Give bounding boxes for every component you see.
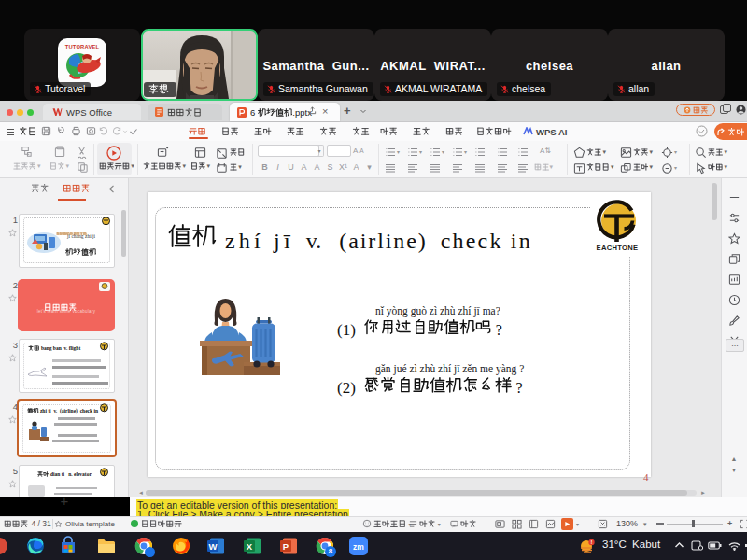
svg-text:!: ! — [591, 539, 593, 545]
svg-text:P: P — [283, 541, 289, 552]
svg-text:TUTORAVEL: TUTORAVEL — [65, 44, 100, 49]
svg-text:EACHTONE: EACHTONE — [597, 244, 639, 252]
svg-text:zm: zm — [353, 542, 364, 552]
svg-text:W: W — [209, 541, 218, 552]
svg-text:X: X — [247, 541, 253, 552]
